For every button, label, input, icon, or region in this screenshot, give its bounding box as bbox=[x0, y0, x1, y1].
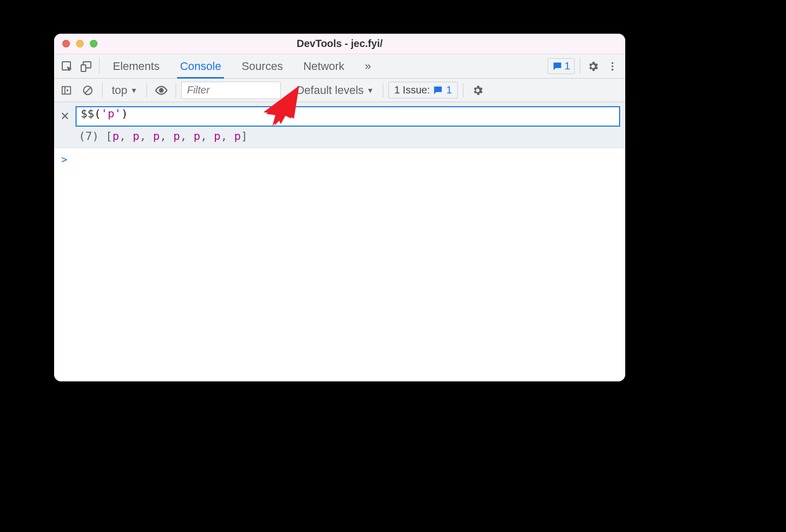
svg-point-9 bbox=[160, 88, 163, 92]
dropdown-triangle-icon: ▼ bbox=[131, 86, 138, 94]
separator bbox=[99, 58, 100, 74]
svg-line-8 bbox=[85, 87, 91, 93]
svg-rect-2 bbox=[81, 65, 86, 71]
result-separator: , bbox=[220, 130, 234, 142]
tab-overflow[interactable]: » bbox=[355, 54, 381, 78]
result-items: p, p, p, p, p, p, p bbox=[112, 130, 241, 142]
issues-label: 1 Issue: bbox=[394, 84, 430, 96]
settings-gear-icon[interactable] bbox=[583, 54, 603, 78]
close-icon[interactable]: ✕ bbox=[59, 110, 70, 123]
result-node[interactable]: p bbox=[214, 130, 220, 142]
console-prompt: > bbox=[61, 153, 67, 165]
titlebar: DevTools - jec.fyi/ bbox=[54, 34, 625, 54]
console-toolbar: top ▼ Default levels ▼ 1 Issue: 1 bbox=[54, 79, 625, 102]
console-settings-gear-icon[interactable] bbox=[469, 81, 487, 100]
svg-point-3 bbox=[611, 62, 613, 64]
result-node[interactable]: p bbox=[193, 130, 200, 142]
result-close-bracket: ] bbox=[241, 130, 248, 142]
dropdown-triangle-icon: ▼ bbox=[367, 86, 374, 94]
tab-sources[interactable]: Sources bbox=[231, 54, 293, 78]
window-title: DevTools - jec.fyi/ bbox=[54, 38, 625, 50]
separator bbox=[580, 58, 580, 74]
separator bbox=[146, 83, 147, 98]
expr-func: $$ bbox=[81, 107, 94, 120]
levels-label: Default levels bbox=[296, 84, 363, 97]
log-levels-selector[interactable]: Default levels ▼ bbox=[292, 84, 378, 97]
result-node[interactable]: p bbox=[112, 130, 119, 142]
result-separator: , bbox=[119, 130, 133, 142]
issues-count: 1 bbox=[446, 84, 452, 96]
chat-icon bbox=[433, 85, 443, 95]
tab-elements[interactable]: Elements bbox=[103, 54, 170, 78]
tab-network[interactable]: Network bbox=[293, 54, 355, 78]
expr-string: 'p' bbox=[101, 107, 121, 120]
issues-badge[interactable]: 1 Issue: 1 bbox=[388, 82, 457, 99]
expr-open-paren: ( bbox=[94, 107, 101, 120]
devtools-window: DevTools - jec.fyi/ Elements Console Sou… bbox=[54, 34, 625, 381]
result-open-bracket: [ bbox=[99, 130, 113, 142]
tab-console[interactable]: Console bbox=[170, 54, 232, 78]
expr-close-paren: ) bbox=[121, 107, 128, 120]
toggle-sidebar-icon[interactable] bbox=[57, 81, 76, 100]
live-expression-result: (7) [p, p, p, p, p, p, p] bbox=[59, 127, 620, 142]
live-expression-input[interactable]: $$('p') bbox=[76, 106, 620, 127]
svg-point-5 bbox=[611, 68, 613, 70]
result-separator: , bbox=[180, 130, 194, 142]
live-expression-row: ✕ $$('p') (7) [p, p, p, p, p, p, p] bbox=[54, 102, 625, 148]
result-separator: , bbox=[160, 130, 174, 142]
panel-tabs: Elements Console Sources Network » bbox=[103, 54, 381, 78]
result-node[interactable]: p bbox=[153, 130, 160, 142]
context-label: top bbox=[112, 84, 128, 97]
more-menu-icon[interactable] bbox=[603, 54, 622, 78]
svg-rect-6 bbox=[62, 86, 71, 94]
main-tabbar: Elements Console Sources Network » 1 bbox=[54, 54, 625, 79]
feedback-count: 1 bbox=[564, 60, 570, 72]
live-expression-eye-icon[interactable] bbox=[152, 81, 170, 100]
chat-icon bbox=[552, 61, 562, 71]
separator bbox=[383, 83, 383, 98]
result-separator: , bbox=[139, 130, 153, 142]
result-node[interactable]: p bbox=[174, 130, 180, 142]
separator bbox=[176, 83, 176, 98]
execution-context-selector[interactable]: top ▼ bbox=[108, 84, 141, 97]
result-node[interactable]: p bbox=[133, 130, 139, 142]
clear-console-icon[interactable] bbox=[79, 81, 97, 100]
filter-input[interactable] bbox=[181, 82, 281, 99]
separator bbox=[102, 83, 103, 98]
result-node[interactable]: p bbox=[234, 130, 241, 142]
separator bbox=[463, 83, 463, 98]
device-toolbar-icon[interactable] bbox=[77, 54, 96, 78]
feedback-badge[interactable]: 1 bbox=[548, 58, 575, 74]
result-count: (7) bbox=[79, 130, 99, 142]
svg-point-4 bbox=[611, 65, 613, 67]
console-output[interactable]: > bbox=[54, 148, 625, 381]
result-separator: , bbox=[201, 130, 214, 142]
inspect-element-icon[interactable] bbox=[57, 54, 77, 78]
